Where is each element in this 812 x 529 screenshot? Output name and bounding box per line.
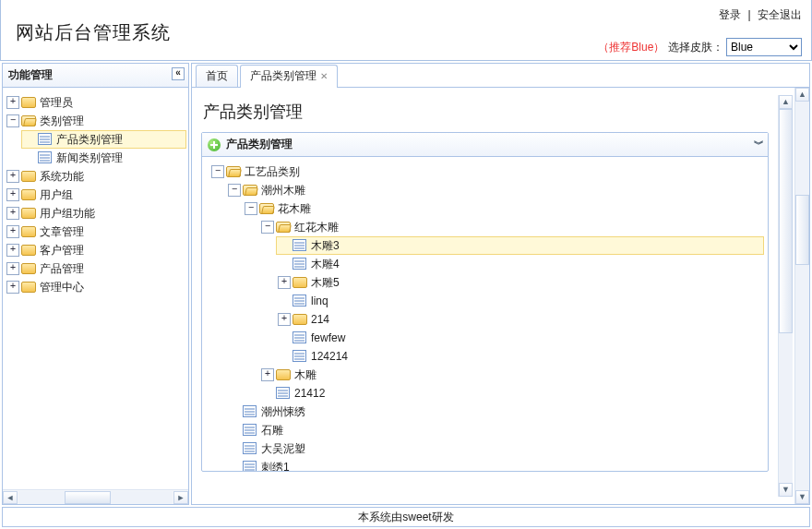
scroll-track[interactable] bbox=[18, 491, 173, 504]
left-panel-header: 功能管理 « bbox=[3, 64, 188, 88]
folder-open-icon bbox=[226, 165, 241, 178]
tree-node[interactable]: 木雕4 bbox=[276, 255, 764, 273]
folder-open-icon bbox=[21, 114, 36, 127]
expand-icon[interactable]: + bbox=[6, 170, 19, 183]
content-vscroll[interactable]: ▲ ▼ bbox=[778, 95, 793, 497]
tree-spacer bbox=[278, 295, 291, 307]
scroll-down-icon[interactable]: ▼ bbox=[795, 490, 809, 504]
folder-closed-icon bbox=[21, 170, 36, 183]
tree-node[interactable]: linq bbox=[276, 292, 764, 310]
skin-select[interactable]: Blue bbox=[726, 38, 802, 56]
tree-node[interactable]: +产品管理 bbox=[5, 259, 186, 278]
folder-closed-icon bbox=[21, 207, 36, 220]
tree-node[interactable]: −类别管理 bbox=[5, 112, 186, 130]
expand-icon[interactable]: + bbox=[6, 244, 19, 257]
tree-node-label: 客户管理 bbox=[38, 243, 86, 258]
document-icon bbox=[243, 405, 257, 418]
accordion-chevron-icon[interactable]: ︾ bbox=[754, 138, 762, 151]
tab[interactable]: 产品类别管理✕ bbox=[240, 65, 338, 88]
tree-node[interactable]: −花木雕 bbox=[243, 199, 764, 218]
tree-spacer bbox=[278, 331, 291, 344]
expand-icon[interactable]: + bbox=[278, 276, 291, 289]
tree-node-label: 产品管理 bbox=[38, 261, 86, 277]
collapse-icon[interactable]: − bbox=[245, 202, 257, 215]
left-hscroll[interactable]: ◄ ► bbox=[3, 489, 188, 504]
tree-node[interactable]: +木雕 bbox=[259, 366, 764, 384]
tree-spacer bbox=[278, 350, 291, 363]
collapse-left-button[interactable]: « bbox=[172, 67, 185, 80]
tree-spacer bbox=[23, 151, 36, 164]
tree-node[interactable]: 木雕3 bbox=[276, 236, 764, 255]
logout-link[interactable]: 安全退出 bbox=[758, 8, 802, 21]
tree-node[interactable]: +用户组 bbox=[5, 186, 186, 204]
tree-node[interactable]: 石雕 bbox=[226, 421, 764, 439]
expand-icon[interactable]: + bbox=[6, 225, 19, 238]
tree-node-label: 木雕3 bbox=[309, 238, 341, 254]
tree-node[interactable]: +214 bbox=[276, 310, 764, 329]
tree-spacer bbox=[228, 405, 241, 418]
tree-node[interactable]: +管理员 bbox=[5, 93, 186, 112]
login-link[interactable]: 登录 bbox=[719, 8, 741, 21]
expand-icon[interactable]: + bbox=[6, 207, 19, 220]
tree-node[interactable]: −工艺品类别 bbox=[209, 162, 764, 181]
document-icon bbox=[293, 295, 307, 307]
tree-node[interactable]: fewfew bbox=[276, 329, 764, 347]
add-icon bbox=[208, 138, 221, 151]
tree-node[interactable]: 21412 bbox=[259, 384, 764, 403]
accordion-body: −工艺品类别−潮州木雕−花木雕−红花木雕木雕3木雕4+木雕5linq+214fe… bbox=[202, 157, 768, 471]
tree-node[interactable]: +系统功能 bbox=[5, 167, 186, 186]
collapse-icon[interactable]: − bbox=[228, 184, 241, 197]
expand-icon[interactable]: + bbox=[6, 188, 19, 201]
tree-spacer bbox=[261, 387, 274, 400]
accordion-header[interactable]: 产品类别管理 ︾ bbox=[202, 133, 768, 157]
scroll-track[interactable] bbox=[795, 102, 809, 490]
skin-label: 选择皮肤： bbox=[668, 41, 723, 54]
tab[interactable]: 首页 bbox=[196, 65, 238, 87]
folder-closed-icon bbox=[21, 244, 36, 257]
scroll-right-icon[interactable]: ► bbox=[173, 491, 188, 504]
tree-node[interactable]: +用户组功能 bbox=[5, 204, 186, 222]
tree-node[interactable]: +管理中心 bbox=[5, 278, 186, 296]
scroll-down-icon[interactable]: ▼ bbox=[779, 483, 793, 497]
expand-icon[interactable]: + bbox=[278, 313, 291, 326]
panel-vscroll[interactable]: ▲ ▼ bbox=[794, 88, 809, 504]
tree-node[interactable]: 新闻类别管理 bbox=[21, 149, 186, 167]
tree-node-label: 系统功能 bbox=[38, 169, 86, 185]
tree-node[interactable]: +木雕5 bbox=[276, 273, 764, 292]
skin-picker: （推荐Blue） 选择皮肤： Blue bbox=[598, 38, 802, 56]
tree-node[interactable]: 产品类别管理 bbox=[21, 130, 186, 149]
page-title: 产品类别管理 bbox=[203, 101, 769, 123]
scroll-thumb[interactable] bbox=[795, 195, 809, 265]
folder-closed-icon bbox=[21, 96, 36, 109]
collapse-icon[interactable]: − bbox=[261, 221, 274, 234]
tree-node[interactable]: 大吴泥塑 bbox=[226, 439, 764, 458]
scroll-thumb[interactable] bbox=[65, 491, 111, 504]
collapse-icon[interactable]: − bbox=[6, 114, 19, 127]
tree-node[interactable]: +文章管理 bbox=[5, 222, 186, 241]
tree-node[interactable]: +客户管理 bbox=[5, 241, 186, 259]
tree-node[interactable]: 潮州悚绣 bbox=[226, 403, 764, 421]
scroll-up-icon[interactable]: ▲ bbox=[779, 95, 793, 109]
collapse-icon[interactable]: − bbox=[211, 165, 224, 178]
tree-node-label: linq bbox=[309, 295, 330, 307]
scroll-left-icon[interactable]: ◄ bbox=[3, 491, 18, 504]
scroll-up-icon[interactable]: ▲ bbox=[795, 88, 809, 102]
scroll-thumb[interactable] bbox=[779, 109, 793, 333]
tree-node[interactable]: −潮州木雕 bbox=[226, 181, 764, 199]
link-separator: | bbox=[748, 8, 751, 21]
expand-icon[interactable]: + bbox=[6, 262, 19, 275]
left-panel-title: 功能管理 bbox=[8, 68, 53, 81]
tree-spacer bbox=[228, 442, 241, 455]
tree-node-label: 潮州木雕 bbox=[259, 183, 307, 198]
expand-icon[interactable]: + bbox=[6, 281, 19, 294]
expand-icon[interactable]: + bbox=[261, 368, 274, 381]
document-icon bbox=[293, 258, 307, 271]
tree-node[interactable]: 124214 bbox=[276, 347, 764, 366]
tree-node[interactable]: −红花木雕 bbox=[259, 218, 764, 236]
tree-node-label: 类别管理 bbox=[38, 114, 86, 129]
close-icon[interactable]: ✕ bbox=[320, 71, 328, 81]
tree-node[interactable]: 刺绣1 bbox=[226, 458, 764, 471]
tree-node-label: 124214 bbox=[309, 350, 350, 363]
expand-icon[interactable]: + bbox=[6, 96, 19, 109]
scroll-track[interactable] bbox=[779, 109, 793, 483]
